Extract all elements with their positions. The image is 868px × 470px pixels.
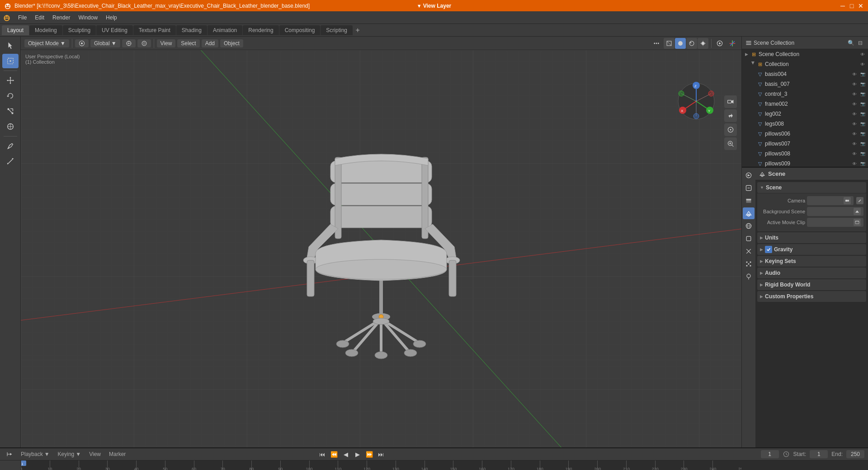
maximize-button[interactable]: □ xyxy=(848,2,855,9)
props-particles-icon[interactable] xyxy=(743,258,755,270)
outliner-item-scene-collection[interactable]: ▶ ⊞ Scene Collection 👁 xyxy=(742,49,868,59)
gravity-section-header[interactable]: ▶ Gravity xyxy=(757,244,866,255)
props-scene-icon[interactable] xyxy=(743,207,755,219)
gizmo-toggle-btn[interactable] xyxy=(727,38,738,49)
outliner-item-basis007[interactable]: ▽ basis_007 👁 📷 xyxy=(742,79,868,89)
outliner-filter-icon[interactable]: ⊟ xyxy=(856,39,864,47)
pillows008-eye[interactable]: 👁 xyxy=(851,150,858,157)
outliner-item-collection[interactable]: ▶ ⊞ Collection 👁 xyxy=(742,59,868,69)
global-orientation-selector[interactable]: Global ▼ xyxy=(90,39,120,47)
outliner-item-pillows006[interactable]: ▽ pillows006 👁 📷 xyxy=(742,129,868,139)
move-camera-btn[interactable] xyxy=(724,109,737,122)
overlay-options-btn[interactable] xyxy=(714,38,725,49)
collection-eye-icon[interactable]: 👁 xyxy=(859,61,866,68)
next-keyframe-btn[interactable]: ⏩ xyxy=(364,449,374,459)
rendered-shading-btn[interactable] xyxy=(698,38,708,49)
tab-uv-editing[interactable]: UV Editing xyxy=(96,25,133,35)
measure-tool[interactable] xyxy=(2,154,19,169)
object-mode-selector[interactable]: Object Mode ▼ xyxy=(24,39,69,47)
minimize-button[interactable]: ─ xyxy=(839,2,846,9)
pillows006-eye[interactable]: 👁 xyxy=(851,130,858,137)
zoom-view-btn[interactable] xyxy=(724,137,737,150)
tab-layout[interactable]: Layout xyxy=(2,25,29,35)
control3-eye[interactable]: 👁 xyxy=(851,90,858,98)
tab-sculpting[interactable]: Sculpting xyxy=(63,25,96,35)
props-physics-icon[interactable] xyxy=(743,271,755,282)
view-menu-timeline[interactable]: View xyxy=(86,450,104,458)
props-object-icon[interactable] xyxy=(743,233,755,244)
playback-menu[interactable]: Playback ▼ xyxy=(18,450,52,458)
add-menu[interactable]: Add xyxy=(202,39,218,47)
transform-tool[interactable] xyxy=(2,119,19,134)
tab-texture-paint[interactable]: Texture Paint xyxy=(133,25,176,35)
play-reverse-btn[interactable]: ◀ xyxy=(341,449,351,459)
pillows007-eye[interactable]: 👁 xyxy=(851,140,858,147)
units-section-header[interactable]: ▶ Units xyxy=(757,232,866,243)
scale-tool[interactable] xyxy=(2,104,19,118)
menu-window[interactable]: Window xyxy=(75,13,101,22)
keying-sets-header[interactable]: ▶ Keying Sets xyxy=(757,256,866,267)
outliner-item-pillows009[interactable]: ▽ pillows009 👁 📷 xyxy=(742,159,868,168)
marker-menu[interactable]: Marker xyxy=(106,450,128,458)
menu-edit[interactable]: Edit xyxy=(31,13,48,22)
wireframe-shading-btn[interactable] xyxy=(664,38,675,49)
menu-render[interactable]: Render xyxy=(49,13,74,22)
rotate-tool[interactable] xyxy=(2,89,19,103)
orbit-camera-btn[interactable] xyxy=(724,123,737,136)
tab-add-button[interactable]: + xyxy=(353,26,362,35)
props-viewlayer-icon[interactable] xyxy=(743,195,755,207)
outliner-item-pillows008[interactable]: ▽ pillows008 👁 📷 xyxy=(742,149,868,159)
tab-scripting[interactable]: Scripting xyxy=(321,25,353,35)
navigation-gizmo[interactable]: Z Y X xyxy=(676,81,717,122)
leg002-eye[interactable]: 👁 xyxy=(851,110,858,118)
tab-compositing[interactable]: Compositing xyxy=(279,25,321,35)
move-tool[interactable] xyxy=(2,73,19,88)
object-menu[interactable]: Object xyxy=(220,39,243,47)
props-modifier-icon[interactable] xyxy=(743,245,755,257)
play-btn[interactable]: ▶ xyxy=(353,449,363,459)
outliner-item-control3[interactable]: ▽ control_3 👁 📷 xyxy=(742,89,868,99)
menu-help[interactable]: Help xyxy=(102,13,121,22)
tab-modeling[interactable]: Modeling xyxy=(29,25,62,35)
select-menu[interactable]: Select xyxy=(177,39,199,47)
legs008-eye[interactable]: 👁 xyxy=(851,120,858,127)
movie-clip-icon-btn[interactable] xyxy=(854,219,861,226)
timeline-ruler[interactable]: 1 01020304050607080901001101201301401501… xyxy=(0,461,868,470)
scene-section-header[interactable]: ▼ Scene xyxy=(757,182,866,193)
basis004-eye[interactable]: 👁 xyxy=(851,70,858,78)
outliner-item-pillows007[interactable]: ▽ pillows007 👁 📷 xyxy=(742,139,868,149)
cursor-tool[interactable] xyxy=(2,38,19,53)
end-frame-box[interactable]: 250 xyxy=(846,450,864,458)
tab-shading[interactable]: Shading xyxy=(176,25,207,35)
active-movie-clip-field[interactable] xyxy=(807,218,863,227)
menu-file[interactable]: File xyxy=(14,13,30,22)
solid-shading-btn[interactable] xyxy=(675,38,686,49)
outliner-item-frame002[interactable]: ▽ frame002 👁 📷 xyxy=(742,99,868,109)
proportional-edit[interactable] xyxy=(137,39,151,47)
outliner-search-icon[interactable]: 🔍 xyxy=(847,39,855,47)
start-frame-box[interactable]: 1 xyxy=(810,450,828,458)
viewport[interactable]: Object Mode ▼ Global ▼ xyxy=(21,37,741,447)
keying-menu[interactable]: Keying ▼ xyxy=(55,450,84,458)
oi-eye-icon[interactable]: 👁 xyxy=(859,51,866,58)
ruler-track[interactable]: 1 01020304050607080901001101201301401501… xyxy=(21,461,741,470)
audio-section-header[interactable]: ▶ Audio xyxy=(757,268,866,278)
background-scene-field[interactable] xyxy=(807,207,863,216)
props-render-icon[interactable] xyxy=(743,169,755,181)
viewport-transform-icon[interactable] xyxy=(651,38,662,49)
annotate-tool[interactable] xyxy=(2,139,19,153)
viewport-overlays-btn[interactable] xyxy=(75,39,89,47)
props-output-icon[interactable] xyxy=(743,182,755,194)
jump-to-end-btn[interactable]: ⏭ xyxy=(376,449,386,459)
close-button[interactable]: ✕ xyxy=(857,2,864,9)
jump-to-start-btn[interactable]: ⏮ xyxy=(317,449,327,459)
custom-props-header[interactable]: ▶ Custom Properties xyxy=(757,291,866,302)
pillows009-eye[interactable]: 👁 xyxy=(851,160,858,167)
current-frame-box[interactable]: 1 xyxy=(761,450,779,458)
camera-field[interactable] xyxy=(807,196,854,205)
rigid-body-header[interactable]: ▶ Rigid Body World xyxy=(757,279,866,290)
tab-rendering[interactable]: Rendering xyxy=(243,25,278,35)
viewport-canvas[interactable]: Z Y X xyxy=(21,50,741,447)
material-shading-btn[interactable] xyxy=(686,38,697,49)
timeline-view-icon[interactable] xyxy=(4,450,15,458)
